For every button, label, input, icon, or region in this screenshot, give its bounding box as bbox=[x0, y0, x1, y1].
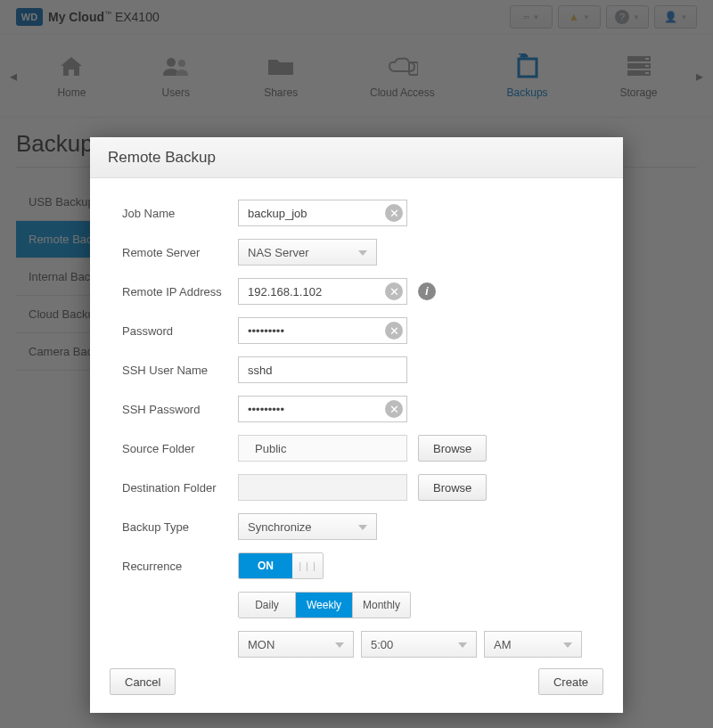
info-icon[interactable]: i bbox=[418, 282, 436, 300]
label-password: Password bbox=[122, 324, 238, 338]
password-input[interactable] bbox=[238, 317, 407, 344]
browse-dest-button[interactable]: Browse bbox=[418, 474, 487, 501]
clear-icon[interactable]: ✕ bbox=[385, 204, 403, 222]
job-name-input[interactable] bbox=[238, 200, 407, 226]
label-job-name: Job Name bbox=[122, 207, 238, 220]
clear-icon[interactable]: ✕ bbox=[385, 282, 403, 300]
clear-icon[interactable]: ✕ bbox=[385, 322, 403, 339]
hour-select[interactable]: 5:00 bbox=[361, 631, 477, 658]
backup-type-select[interactable]: Synchronize bbox=[238, 513, 377, 540]
create-button[interactable]: Create bbox=[538, 668, 603, 695]
label-remote-server: Remote Server bbox=[122, 246, 238, 259]
label-ssh-user: SSH User Name bbox=[122, 364, 238, 377]
remote-server-select[interactable]: NAS Server bbox=[238, 239, 377, 266]
source-folder-display: Public bbox=[238, 435, 407, 462]
remote-backup-modal: Remote Backup Job Name ✕ Remote Server N… bbox=[90, 137, 623, 713]
label-dest-folder: Destination Folder bbox=[122, 481, 238, 495]
label-backup-type: Backup Type bbox=[122, 520, 238, 534]
freq-monthly-button[interactable]: Monthly bbox=[353, 593, 410, 618]
toggle-on-label: ON bbox=[239, 553, 292, 578]
toggle-handle-icon: | | | bbox=[292, 553, 323, 578]
label-remote-ip: Remote IP Address bbox=[122, 285, 238, 299]
cancel-button[interactable]: Cancel bbox=[110, 668, 176, 695]
browse-source-button[interactable]: Browse bbox=[418, 435, 487, 462]
ampm-select[interactable]: AM bbox=[484, 631, 582, 658]
dest-folder-display bbox=[238, 474, 407, 501]
modal-title: Remote Backup bbox=[90, 137, 623, 178]
freq-weekly-button[interactable]: Weekly bbox=[296, 593, 353, 618]
ssh-user-input[interactable] bbox=[238, 356, 407, 383]
recurrence-toggle[interactable]: ON | | | bbox=[238, 552, 324, 579]
frequency-segment: Daily Weekly Monthly bbox=[238, 592, 411, 618]
freq-daily-button[interactable]: Daily bbox=[239, 593, 296, 618]
label-recurrence: Recurrence bbox=[122, 560, 238, 573]
label-ssh-password: SSH Password bbox=[122, 403, 238, 416]
ssh-password-input[interactable] bbox=[238, 396, 407, 422]
day-select[interactable]: MON bbox=[238, 631, 354, 658]
remote-ip-input[interactable] bbox=[238, 278, 407, 305]
label-source-folder: Source Folder bbox=[122, 442, 238, 455]
clear-icon[interactable]: ✕ bbox=[385, 400, 403, 418]
